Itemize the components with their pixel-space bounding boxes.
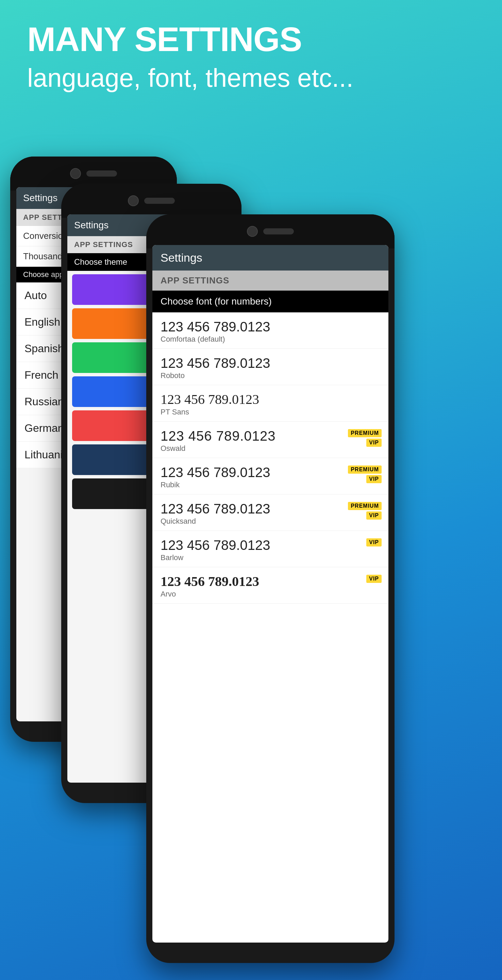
phone1-speaker	[86, 170, 117, 177]
phone2-camera	[128, 195, 139, 206]
font-item-rubik[interactable]: 123 456 789.0123 Rubik PREMIUM VIP	[153, 458, 388, 495]
font-item-ptsans[interactable]: 123 456 789.0123 PT Sans	[153, 385, 388, 422]
oswald-premium-badge: PREMIUM	[348, 429, 381, 437]
font-item-comfortaa[interactable]: 123 456 789.0123 Comfortaa (default)	[153, 312, 388, 349]
font-number-roboto: 123 456 789.0123	[160, 355, 380, 371]
font-number-quicksand: 123 456 789.0123	[160, 501, 380, 517]
font-name-barlow: Barlow	[160, 553, 380, 562]
font-item-barlow[interactable]: 123 456 789.0123 Barlow VIP	[153, 531, 388, 567]
rubik-premium-badge: PREMIUM	[348, 466, 381, 474]
font-number-oswald: 123 456 789.0123	[160, 428, 380, 444]
oswald-vip-badge: VIP	[366, 439, 381, 447]
font-item-roboto[interactable]: 123 456 789.0123 Roboto	[153, 349, 388, 385]
rubik-vip-badge: VIP	[366, 475, 381, 483]
font-name-oswald: Oswald	[160, 444, 380, 453]
arvo-vip-badge: VIP	[366, 575, 381, 583]
arvo-badges: VIP	[366, 575, 381, 583]
font-name-arvo: Arvo	[160, 590, 380, 598]
phone-font: Settings APP SETTINGS Choose font (for n…	[146, 215, 394, 963]
font-number-barlow: 123 456 789.0123	[160, 537, 380, 553]
font-item-oswald[interactable]: 123 456 789.0123 Oswald PREMIUM VIP	[153, 422, 388, 458]
phone3-notch	[146, 215, 394, 248]
font-number-ptsans: 123 456 789.0123	[160, 391, 380, 408]
phone3-section: APP SETTINGS	[153, 270, 388, 291]
quicksand-premium-badge: PREMIUM	[348, 502, 381, 510]
phone3-camera	[247, 226, 258, 237]
font-name-rubik: Rubik	[160, 480, 380, 489]
font-item-arvo[interactable]: 123 456 789.0123 Arvo VIP	[153, 567, 388, 604]
quicksand-badges: PREMIUM VIP	[348, 502, 381, 520]
hero-subtitle: language, font, themes etc...	[27, 61, 353, 95]
font-name-comfortaa: Comfortaa (default)	[160, 335, 380, 344]
font-item-quicksand[interactable]: 123 456 789.0123 Quicksand PREMIUM VIP	[153, 495, 388, 531]
font-number-rubik: 123 456 789.0123	[160, 464, 380, 480]
font-name-roboto: Roboto	[160, 371, 380, 380]
oswald-badges: PREMIUM VIP	[348, 429, 381, 447]
barlow-badges: VIP	[366, 538, 381, 546]
font-name-ptsans: PT Sans	[160, 408, 380, 417]
hero-section: MANY SETTINGS language, font, themes etc…	[27, 21, 353, 95]
phone3-header: Settings	[153, 245, 388, 270]
font-number-comfortaa: 123 456 789.0123	[160, 318, 380, 335]
phone2-speaker	[144, 198, 175, 204]
rubik-badges: PREMIUM VIP	[348, 466, 381, 483]
phone1-camera	[70, 168, 81, 179]
barlow-vip-badge: VIP	[366, 538, 381, 546]
hero-title: MANY SETTINGS	[27, 21, 353, 58]
phone3-speaker	[263, 228, 294, 234]
phone3-screen: Settings APP SETTINGS Choose font (for n…	[153, 245, 388, 943]
quicksand-vip-badge: VIP	[366, 511, 381, 520]
phones-container: Settings APP SETTINGS Conversion Thousan…	[0, 156, 502, 980]
phone3-dropdown-label: Choose font (for numbers)	[153, 291, 388, 312]
font-name-quicksand: Quicksand	[160, 517, 380, 526]
phone2-notch	[61, 184, 241, 218]
font-number-arvo: 123 456 789.0123	[160, 573, 380, 590]
